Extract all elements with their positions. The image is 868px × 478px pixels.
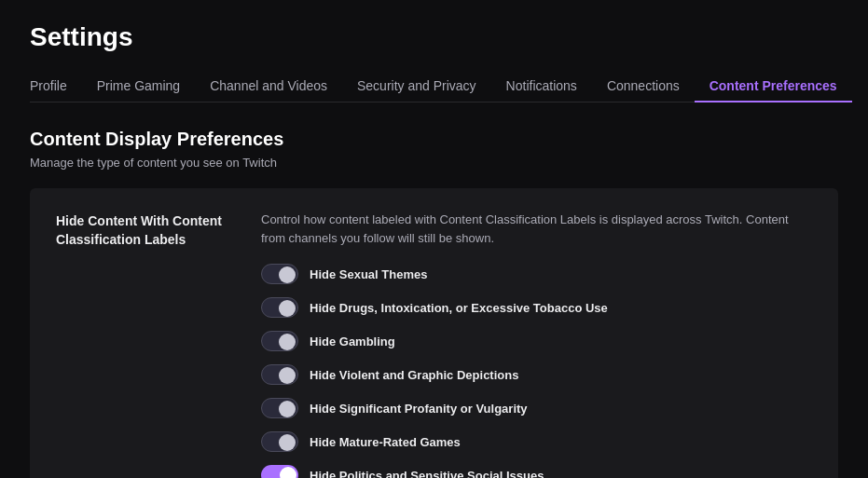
nav-tab-connections[interactable]: Connections <box>592 71 695 102</box>
toggle-label-profanity: Hide Significant Profanity or Vulgarity <box>310 402 528 416</box>
toggle-politics-social[interactable] <box>261 465 298 478</box>
content-card: Hide Content With Content Classification… <box>30 188 838 478</box>
toggle-knob-mature-games <box>279 434 296 451</box>
section-subtitle: Manage the type of content you see on Tw… <box>30 156 838 170</box>
toggle-knob-profanity <box>279 401 296 417</box>
toggle-label-sexual-themes: Hide Sexual Themes <box>310 267 427 281</box>
nav-tab-notifications[interactable]: Notifications <box>491 71 592 102</box>
toggle-label-mature-games: Hide Mature-Rated Games <box>310 435 461 449</box>
toggle-sexual-themes[interactable] <box>261 264 298 284</box>
toggle-knob-gambling <box>279 334 296 350</box>
page-title: Settings <box>30 22 838 52</box>
nav-tab-prime-gaming[interactable]: Prime Gaming <box>82 71 195 102</box>
toggle-label-drugs-intoxication: Hide Drugs, Intoxication, or Excessive T… <box>310 301 608 315</box>
toggle-item-mature-games: Hide Mature-Rated Games <box>261 431 812 452</box>
toggle-item-profanity: Hide Significant Profanity or Vulgarity <box>261 398 812 418</box>
toggle-violent-graphic[interactable] <box>261 364 298 385</box>
toggle-label-gambling: Hide Gambling <box>310 335 395 348</box>
toggle-knob-politics-social <box>280 467 296 478</box>
card-description: Control how content labeled with Content… <box>261 211 812 247</box>
toggle-knob-sexual-themes <box>279 266 296 283</box>
toggle-mature-games[interactable] <box>261 431 298 452</box>
toggle-label-violent-graphic: Hide Violent and Graphic Depictions <box>310 368 518 382</box>
toggle-item-drugs-intoxication: Hide Drugs, Intoxication, or Excessive T… <box>261 297 812 318</box>
toggle-list: Hide Sexual ThemesHide Drugs, Intoxicati… <box>261 264 812 478</box>
toggle-gambling[interactable] <box>261 331 298 351</box>
page-container: Settings ProfilePrime GamingChannel and … <box>0 0 868 478</box>
nav-tabs: ProfilePrime GamingChannel and VideosSec… <box>30 71 838 102</box>
toggle-label-politics-social: Hide Politics and Sensitive Social Issue… <box>310 469 544 479</box>
toggle-item-politics-social: Hide Politics and Sensitive Social Issue… <box>261 465 812 478</box>
section-header: Content Display Preferences Manage the t… <box>30 129 838 170</box>
card-content: Control how content labeled with Content… <box>261 211 812 478</box>
card-label: Hide Content With Content Classification… <box>56 211 224 478</box>
section-title: Content Display Preferences <box>30 129 838 150</box>
toggle-item-sexual-themes: Hide Sexual Themes <box>261 264 812 284</box>
toggle-knob-violent-graphic <box>279 367 296 384</box>
nav-tab-channel-and-videos[interactable]: Channel and Videos <box>195 71 342 102</box>
nav-tab-content-preferences[interactable]: Content Preferences <box>695 71 852 102</box>
nav-tab-security-and-privacy[interactable]: Security and Privacy <box>342 71 491 102</box>
toggle-item-gambling: Hide Gambling <box>261 331 812 351</box>
toggle-knob-drugs-intoxication <box>279 300 296 317</box>
nav-tab-profile[interactable]: Profile <box>30 71 82 102</box>
toggle-profanity[interactable] <box>261 398 298 418</box>
toggle-drugs-intoxication[interactable] <box>261 297 298 318</box>
toggle-item-violent-graphic: Hide Violent and Graphic Depictions <box>261 364 812 385</box>
